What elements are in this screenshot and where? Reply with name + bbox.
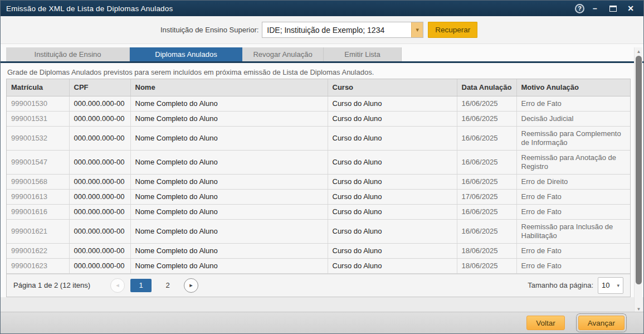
cell-data-anulacao: 17/06/2025 bbox=[457, 189, 516, 204]
help-icon[interactable]: ? bbox=[575, 4, 584, 13]
tab-emitir-lista[interactable]: Emitir Lista bbox=[324, 47, 402, 61]
table-row[interactable]: 999001530 000.000.000-00 Nome Completo d… bbox=[7, 96, 630, 111]
pagination-summary: Página 1 de 2 (12 itens) bbox=[13, 281, 90, 289]
voltar-button[interactable]: Voltar bbox=[526, 316, 565, 330]
scroll-up-icon[interactable]: ▲ bbox=[635, 47, 643, 55]
prev-page-icon[interactable]: ◂ bbox=[110, 278, 125, 293]
table-row[interactable]: 999001621 000.000.000-00 Nome Completo d… bbox=[7, 219, 630, 243]
table-header-row: Matrícula CPF Nome Curso Data Anulação M… bbox=[7, 79, 630, 96]
vertical-scrollbar[interactable]: ▲ ▼ bbox=[634, 47, 642, 313]
page-button-1[interactable]: 1 bbox=[130, 279, 152, 292]
cell-curso: Curso do Aluno bbox=[328, 174, 457, 189]
dialog-window: Emissão de XML de Lista de Diplomas Anul… bbox=[0, 0, 644, 334]
cell-nome: Nome Completo do Aluno bbox=[130, 189, 328, 204]
grid-panel: Matrícula CPF Nome Curso Data Anulação M… bbox=[6, 79, 631, 297]
table-row[interactable]: 999001623 000.000.000-00 Nome Completo d… bbox=[7, 258, 630, 273]
cell-cpf: 000.000.000-00 bbox=[69, 174, 130, 189]
cell-data-anulacao: 18/06/2025 bbox=[457, 258, 516, 273]
table-row[interactable]: 999001622 000.000.000-00 Nome Completo d… bbox=[7, 243, 630, 258]
cell-cpf: 000.000.000-00 bbox=[69, 258, 130, 273]
table-row[interactable]: 999001547 000.000.000-00 Nome Completo d… bbox=[7, 150, 630, 174]
cell-data-anulacao: 16/06/2025 bbox=[457, 219, 516, 243]
cell-motivo-anulacao: Erro de Fato bbox=[516, 96, 630, 111]
cell-cpf: 000.000.000-00 bbox=[69, 219, 130, 243]
page-button-2[interactable]: 2 bbox=[157, 279, 178, 292]
column-header-nome[interactable]: Nome bbox=[130, 79, 328, 96]
cell-curso: Curso do Aluno bbox=[328, 243, 457, 258]
tab-diplomas-anulados[interactable]: Diplomas Anulados bbox=[130, 47, 242, 61]
cell-motivo-anulacao: Erro de Fato bbox=[516, 243, 630, 258]
next-page-icon[interactable]: ▸ bbox=[184, 278, 198, 293]
pagination-nav: ◂ 1 2 ▸ bbox=[110, 278, 198, 293]
table-row[interactable]: 999001532 000.000.000-00 Nome Completo d… bbox=[7, 126, 630, 150]
cell-data-anulacao: 16/06/2025 bbox=[457, 111, 516, 126]
cell-curso: Curso do Aluno bbox=[328, 111, 457, 126]
cell-matricula: 999001616 bbox=[7, 204, 69, 219]
table-row[interactable]: 999001616 000.000.000-00 Nome Completo d… bbox=[7, 204, 630, 219]
cell-matricula: 999001532 bbox=[7, 126, 69, 150]
lower-strip bbox=[1, 297, 643, 313]
maximize-glyph bbox=[609, 6, 617, 12]
cell-nome: Nome Completo do Aluno bbox=[130, 111, 328, 126]
close-icon[interactable]: ✕ bbox=[623, 3, 638, 14]
cell-motivo-anulacao: Decisão Judicial bbox=[516, 111, 630, 126]
cell-motivo-anulacao: Erro de Fato bbox=[516, 189, 630, 204]
cell-cpf: 000.000.000-00 bbox=[69, 111, 130, 126]
grid-caption: Grade de Diplomas Anulados previstos par… bbox=[7, 68, 374, 76]
cell-nome: Nome Completo do Aluno bbox=[130, 150, 328, 174]
tab-content: Grade de Diplomas Anulados previstos par… bbox=[1, 63, 643, 313]
column-header-data-anulacao[interactable]: Data Anulação bbox=[457, 79, 516, 96]
cell-curso: Curso do Aluno bbox=[328, 219, 457, 243]
scrollbar-thumb[interactable] bbox=[636, 56, 642, 284]
avancar-button[interactable]: Avançar bbox=[578, 316, 625, 330]
cell-curso: Curso do Aluno bbox=[328, 96, 457, 111]
cell-motivo-anulacao: Erro de Direito bbox=[516, 174, 630, 189]
cell-nome: Nome Completo do Aluno bbox=[130, 204, 328, 219]
cell-motivo-anulacao: Erro de Fato bbox=[516, 204, 630, 219]
cell-motivo-anulacao: Reemissão para Complemento de Informação bbox=[516, 126, 630, 150]
cell-cpf: 000.000.000-00 bbox=[69, 204, 130, 219]
ies-label: Instituição de Ensino Superior: bbox=[160, 26, 258, 34]
page-size-group: Tamanho da página: 10 ▾ bbox=[528, 277, 623, 294]
ies-combobox-value: IDE; Instituição de Exemplo; 1234 bbox=[262, 22, 411, 37]
cell-data-anulacao: 16/06/2025 bbox=[457, 204, 516, 219]
minimize-icon[interactable]: – bbox=[588, 3, 602, 14]
page-size-select[interactable]: 10 ▾ bbox=[598, 277, 623, 294]
recuperar-button[interactable]: Recuperar bbox=[428, 22, 477, 38]
cell-data-anulacao: 16/06/2025 bbox=[457, 174, 516, 189]
cell-curso: Curso do Aluno bbox=[328, 126, 457, 150]
cell-curso: Curso do Aluno bbox=[328, 258, 457, 273]
cell-data-anulacao: 18/06/2025 bbox=[457, 243, 516, 258]
window-controls: ? – ✕ bbox=[575, 3, 643, 14]
tab-strip: Instituição de Ensino Diplomas Anulados … bbox=[6, 47, 402, 61]
diplomas-table: Matrícula CPF Nome Curso Data Anulação M… bbox=[7, 79, 630, 274]
cell-nome: Nome Completo do Aluno bbox=[130, 96, 328, 111]
table-row[interactable]: 999001568 000.000.000-00 Nome Completo d… bbox=[7, 174, 630, 189]
cell-curso: Curso do Aluno bbox=[328, 150, 457, 174]
tab-revogar-anulacao[interactable]: Revogar Anulação bbox=[242, 47, 324, 61]
cell-data-anulacao: 16/06/2025 bbox=[457, 96, 516, 111]
cell-matricula: 999001621 bbox=[7, 219, 69, 243]
cell-data-anulacao: 16/06/2025 bbox=[457, 126, 516, 150]
cell-matricula: 999001613 bbox=[7, 189, 69, 204]
column-header-cpf[interactable]: CPF bbox=[69, 79, 130, 96]
column-header-motivo-anulacao[interactable]: Motivo Anulação bbox=[516, 79, 630, 96]
cell-cpf: 000.000.000-00 bbox=[69, 243, 130, 258]
ies-combobox[interactable]: IDE; Instituição de Exemplo; 1234 ▾ bbox=[262, 22, 423, 38]
cell-nome: Nome Completo do Aluno bbox=[130, 174, 328, 189]
column-header-matricula[interactable]: Matrícula bbox=[7, 79, 69, 96]
page-size-value: 10 bbox=[602, 281, 609, 289]
table-row[interactable]: 999001613 000.000.000-00 Nome Completo d… bbox=[7, 189, 630, 204]
table-row[interactable]: 999001531 000.000.000-00 Nome Completo d… bbox=[7, 111, 630, 126]
caret-down-icon: ▾ bbox=[617, 283, 619, 288]
cell-nome: Nome Completo do Aluno bbox=[130, 126, 328, 150]
chevron-down-icon[interactable]: ▾ bbox=[411, 22, 423, 37]
cell-matricula: 999001568 bbox=[7, 174, 69, 189]
window-title: Emissão de XML de Lista de Diplomas Anul… bbox=[1, 4, 575, 13]
tab-instituicao-de-ensino[interactable]: Instituição de Ensino bbox=[6, 47, 130, 61]
cell-matricula: 999001623 bbox=[7, 258, 69, 273]
column-header-curso[interactable]: Curso bbox=[328, 79, 457, 96]
maximize-icon[interactable] bbox=[606, 3, 620, 14]
cell-nome: Nome Completo do Aluno bbox=[130, 219, 328, 243]
cell-motivo-anulacao: Reemissão para Inclusão de Habilitação bbox=[516, 219, 630, 243]
